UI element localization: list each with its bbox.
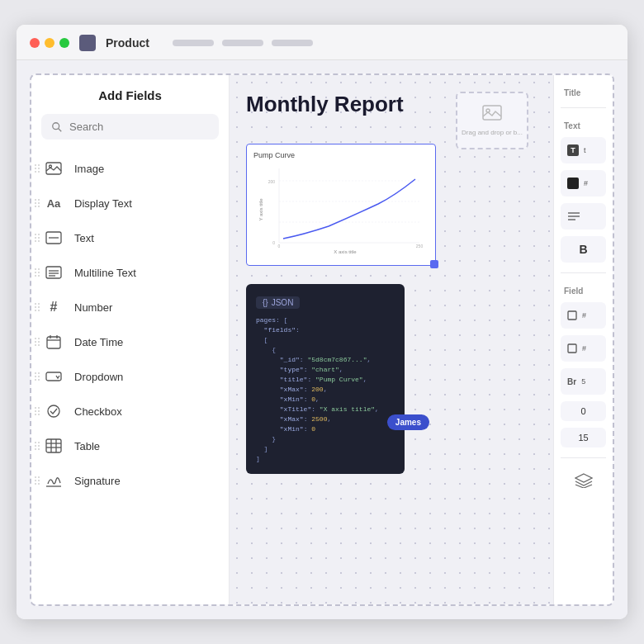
drag-handle [35, 372, 40, 381]
dropdown-icon [45, 367, 63, 386]
drag-handle [35, 407, 40, 415]
report-top-row: Monthly Report Drag and drop or b... [246, 92, 537, 130]
drag-handle [35, 338, 40, 346]
search-input[interactable] [69, 121, 209, 133]
align-control[interactable] [561, 203, 606, 230]
bold-control[interactable]: B [561, 236, 606, 263]
image-drop-zone[interactable]: Drag and drop or b... [456, 92, 528, 149]
field-checkbox1-control[interactable]: # [561, 302, 606, 329]
traffic-light-green[interactable] [59, 38, 69, 48]
chart-svg: X axis title Y axis title 0 250 0 200 [253, 164, 429, 255]
drop-zone-text: Drag and drop or b... [462, 129, 523, 136]
field-checkbox1-icon [567, 310, 577, 320]
table-icon [45, 437, 63, 455]
drag-handle [35, 199, 40, 207]
json-card: {} JSON pages: [ "fields": [ { "_id": "5… [246, 284, 405, 474]
field-label-date-time: Date Time [74, 336, 123, 348]
svg-text:Y axis title: Y axis title [258, 198, 263, 221]
field-item-checkbox[interactable]: Checkbox [31, 394, 229, 429]
field-item-display-text[interactable]: Aa Display Text [31, 186, 229, 220]
display-text-icon: Aa [45, 194, 63, 212]
image-icon [45, 159, 63, 178]
align-icon [567, 211, 580, 222]
right-field-label: Field [561, 286, 606, 296]
svg-text:X axis title: X axis title [334, 249, 357, 254]
svg-rect-39 [568, 344, 576, 353]
field-list: Image Aa Display Text [31, 151, 229, 591]
field-item-multiline-text[interactable]: Multiline Text [31, 255, 229, 290]
drag-handle [35, 268, 40, 277]
browser-window: Product Add Fields [17, 25, 627, 619]
right-panel: Title Text T t # [553, 75, 613, 604]
field-checkbox2-icon [567, 343, 577, 353]
field-label-text: Text [74, 232, 94, 244]
field-checkbox2-control[interactable]: # [561, 335, 606, 362]
svg-marker-40 [575, 474, 592, 482]
json-tag: {} JSON [256, 296, 300, 309]
field-label-image: Image [74, 163, 104, 175]
multiline-text-icon [45, 263, 63, 282]
field-item-text[interactable]: Text [31, 220, 229, 255]
field-item-number[interactable]: # Number [31, 290, 229, 324]
divider-1 [561, 107, 606, 108]
field-label-dropdown: Dropdown [74, 371, 123, 383]
json-tag-label: JSON [272, 298, 294, 307]
app-content: Add Fields [17, 60, 627, 619]
traffic-light-yellow[interactable] [45, 38, 54, 48]
svg-rect-16 [46, 439, 61, 452]
chart-container[interactable]: Pump Curve X axis title Y axis title [246, 144, 436, 266]
traffic-lights [30, 38, 69, 48]
panel-title: Add Fields [31, 88, 229, 102]
app-logo [79, 35, 96, 51]
traffic-light-red[interactable] [30, 38, 40, 48]
color-value: # [584, 179, 588, 187]
field-label-display-text: Display Text [74, 197, 132, 210]
layers-icon [575, 473, 593, 488]
offset-input[interactable] [561, 401, 606, 421]
field-item-image[interactable]: Image [31, 151, 229, 186]
field-item-dropdown[interactable]: Dropdown [31, 359, 229, 394]
layers-control[interactable] [561, 468, 606, 493]
canvas-content: Monthly Report Drag and drop or b... [246, 92, 537, 474]
field-checkbox1-value: # [582, 311, 586, 320]
divider-2 [561, 272, 606, 273]
font-size-value: t [584, 146, 586, 154]
svg-line-1 [59, 128, 62, 131]
field-label-table: Table [74, 440, 100, 452]
json-card-wrapper: {} JSON pages: [ "fields": [ { "_id": "5… [246, 274, 405, 474]
size-input[interactable] [561, 428, 606, 447]
resize-handle[interactable] [430, 260, 438, 268]
avatar-bubble: James [387, 414, 429, 430]
search-bar[interactable] [41, 114, 219, 140]
field-label-multiline-text: Multiline Text [74, 267, 136, 279]
field-checkbox2-value: # [582, 344, 586, 353]
field-item-table[interactable]: Table [31, 429, 229, 463]
color-control[interactable]: # [561, 170, 606, 197]
drag-handle [35, 234, 40, 242]
nav-bar-3 [272, 40, 313, 46]
font-size-control[interactable]: T t [561, 137, 606, 163]
svg-rect-6 [46, 267, 61, 278]
svg-point-0 [53, 122, 59, 129]
json-tag-icon: {} [263, 298, 268, 307]
field-label-signature: Signature [74, 475, 121, 487]
checkbox-icon [45, 402, 63, 420]
border-value: 5 [581, 377, 585, 386]
text-icon [45, 229, 63, 247]
right-text-label: Text [561, 121, 606, 130]
field-item-signature[interactable]: Signature [31, 463, 229, 498]
add-fields-panel: Add Fields [31, 75, 230, 604]
divider-3 [561, 457, 606, 458]
border-control[interactable]: Br 5 [561, 368, 606, 395]
drag-handle [35, 476, 40, 485]
field-item-date-time[interactable]: Date Time [31, 324, 229, 359]
svg-point-15 [48, 405, 59, 417]
signature-icon [45, 471, 63, 490]
svg-rect-10 [47, 337, 60, 348]
color-icon [567, 178, 579, 189]
canvas-area: Monthly Report Drag and drop or b... [230, 75, 553, 604]
font-size-icon: T [567, 144, 579, 156]
date-time-icon [45, 333, 63, 351]
right-title-label: Title [561, 88, 606, 97]
drag-handle [35, 442, 40, 450]
